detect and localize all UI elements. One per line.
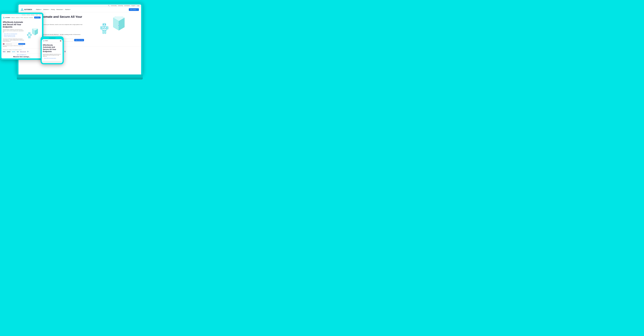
tab-pricing-item[interactable]: Pricing bbox=[20, 17, 23, 18]
tablet-trial-form: Start a Free Trial bbox=[3, 43, 25, 45]
university-link[interactable]: University bbox=[118, 5, 123, 6]
tablet-hero-desc: And experience 49% faster troubleshootin… bbox=[3, 38, 25, 42]
svg-rect-12 bbox=[100, 26, 102, 29]
tab-solutions-item[interactable]: Solutions▾ bbox=[16, 17, 20, 18]
phone-logo[interactable]: AUTOMOX bbox=[43, 40, 48, 42]
svg-rect-13 bbox=[107, 26, 108, 29]
tab-login-link[interactable]: Login bbox=[39, 14, 41, 15]
svg-rect-14 bbox=[102, 31, 104, 34]
tablet-topbar: Community University Developers Support … bbox=[2, 14, 42, 16]
phone-hero-body: Automate patching, configuration, and co… bbox=[43, 54, 62, 57]
svg-rect-26 bbox=[31, 34, 32, 36]
tab-bullet-2: Reduces patching errors by 65% bbox=[4, 35, 25, 36]
tab-athena-logo: ✿athenahealth bbox=[20, 51, 26, 52]
tab-bullet-3: Achieves a 362% three-year ROI bbox=[4, 36, 25, 38]
svg-rect-25 bbox=[27, 34, 28, 36]
developers-link[interactable]: Developers bbox=[124, 5, 130, 6]
svg-point-9 bbox=[105, 24, 106, 25]
tab-yale-logo: Yale bbox=[17, 51, 19, 52]
svg-point-6 bbox=[118, 25, 119, 26]
tablet-nav: AUTOMOX Platform▾ Solutions▾ Pricing Res… bbox=[2, 16, 42, 19]
phone-nav: AUTOMOX bbox=[42, 39, 62, 42]
tablet-email-input[interactable] bbox=[5, 43, 18, 45]
phone-hero: Effortlessly Automate and Secure All You… bbox=[42, 42, 62, 61]
phone-notch bbox=[49, 38, 56, 39]
svg-point-8 bbox=[103, 24, 104, 25]
svg-rect-24 bbox=[28, 34, 31, 36]
laptop-foot bbox=[17, 78, 143, 80]
tab-platform-item[interactable]: Platform▾ bbox=[11, 17, 15, 18]
phone-hero-title: Effortlessly Automate and Secure All You… bbox=[43, 44, 62, 53]
search-icon[interactable]: 🔍 bbox=[108, 5, 110, 6]
tablet-hero-bullets: Delivers 96% more automated patches Redu… bbox=[3, 33, 25, 38]
tablet-brand-logos: NASA allbirds unicef● Yale ✿athenahealth… bbox=[3, 51, 40, 52]
tablet-why-label: WHY AUTOMATE IT? bbox=[3, 54, 40, 55]
tab-university-link[interactable]: University bbox=[26, 14, 30, 15]
tablet-device: Community University Developers Support … bbox=[0, 12, 44, 60]
tablet-trusted-section: TRUSTED BY SOME OF THE WORLD'S BEST NASA… bbox=[2, 48, 42, 53]
tablet-hero-title: Effortlessly Automate and Secure All You… bbox=[3, 21, 25, 28]
tab-developers-link[interactable]: Developers bbox=[31, 14, 34, 15]
svg-rect-15 bbox=[104, 31, 106, 34]
phone-device: AUTOMOX Effortlessly Automate and Secure… bbox=[40, 36, 64, 64]
community-link[interactable]: Community bbox=[111, 5, 116, 6]
tablet-hero: Effortlessly Automate and Secure All You… bbox=[2, 19, 42, 48]
laptop-topbar: 🔍 Community University Developers Suppor… bbox=[18, 4, 141, 7]
partners-nav-item[interactable]: Partners ▾ bbox=[65, 9, 70, 10]
tablet-logo[interactable]: AUTOMOX bbox=[3, 16, 10, 18]
tablet-agree-text: By submitting this form you agree to our… bbox=[3, 46, 25, 47]
tablet-hero-body: Automate patching, configuration, and co… bbox=[3, 29, 25, 32]
laptop-nav: AUTOMOX Platform ▾ Solutions ▾ Pricing R… bbox=[18, 7, 141, 12]
tab-partners-item[interactable]: Partners▾ bbox=[29, 17, 33, 18]
get-demo-button[interactable]: Get a demo → bbox=[129, 8, 139, 11]
automox-logo[interactable]: AUTOMOX bbox=[21, 8, 32, 11]
phone-bottom-bar bbox=[42, 61, 62, 63]
tab-ymca-logo: Y bbox=[28, 51, 28, 52]
svg-rect-28 bbox=[30, 36, 30, 38]
login-link[interactable]: Login bbox=[137, 5, 140, 6]
tablet-flag-icon bbox=[3, 44, 4, 44]
pricing-nav-item[interactable]: Pricing bbox=[51, 9, 55, 10]
resources-nav-item[interactable]: Resources ▾ bbox=[56, 9, 63, 10]
ymca-logo: Y bbox=[64, 50, 66, 53]
laptop-nav-links: Platform ▾ Solutions ▾ Pricing Resources… bbox=[36, 9, 126, 10]
laptop-base bbox=[17, 74, 143, 78]
svg-rect-27 bbox=[28, 36, 29, 38]
phone-bullet-1: Delivers 96% more automated patches bbox=[44, 58, 62, 59]
tab-resources-item[interactable]: Resources▾ bbox=[24, 17, 28, 18]
tablet-trial-button[interactable]: Start a Free Trial bbox=[18, 43, 25, 45]
tab-allbirds-logo: allbirds bbox=[7, 51, 10, 52]
tab-unicef-logo: unicef● bbox=[12, 51, 16, 52]
tablet-trusted-title: TRUSTED BY SOME OF THE WORLD'S BEST bbox=[3, 50, 40, 50]
phone-hero-bullets: Delivers 96% more automated patches bbox=[43, 58, 62, 59]
tablet-demo-button[interactable]: Get a demo→ bbox=[34, 16, 40, 18]
hero-visual bbox=[86, 15, 139, 44]
hamburger-menu-button[interactable] bbox=[60, 40, 62, 42]
tab-nasa-logo: NASA bbox=[3, 51, 6, 52]
support-link[interactable]: Support bbox=[131, 5, 135, 6]
svg-point-23 bbox=[30, 33, 30, 33]
svg-point-22 bbox=[29, 33, 29, 33]
platform-nav-item[interactable]: Platform ▾ bbox=[36, 9, 42, 10]
tab-community-link[interactable]: Community bbox=[22, 14, 26, 15]
tab-support-link[interactable]: Support bbox=[36, 14, 38, 15]
solutions-nav-item[interactable]: Solutions ▾ bbox=[43, 9, 49, 10]
tablet-nav-links: Platform▾ Solutions▾ Pricing Resources▾ … bbox=[11, 17, 33, 18]
tablet-why-title: Massive time savings... bbox=[3, 56, 40, 58]
tab-bullet-1: Delivers 96% more automated patches bbox=[4, 33, 25, 35]
start-trial-button[interactable]: Start a Free Trial bbox=[74, 39, 84, 41]
tablet-why-section: WHY AUTOMATE IT? Massive time savings... bbox=[2, 53, 42, 58]
